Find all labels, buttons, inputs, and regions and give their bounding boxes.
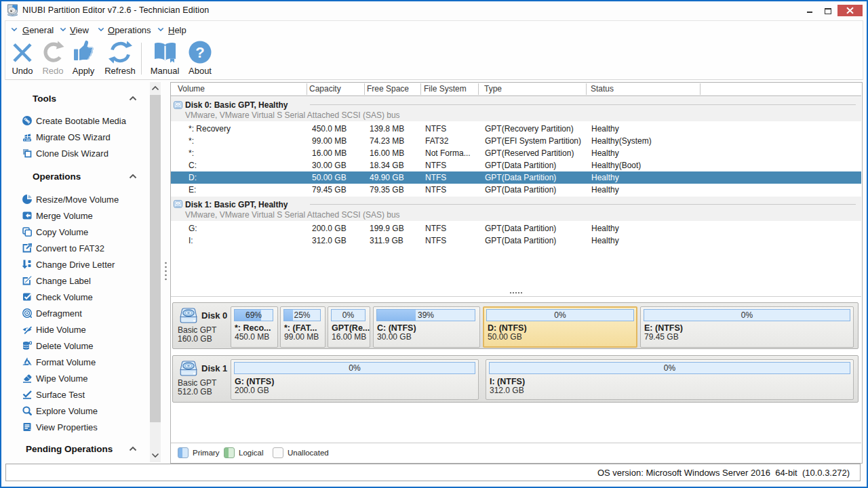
svg-text:?: ?: [195, 44, 204, 61]
